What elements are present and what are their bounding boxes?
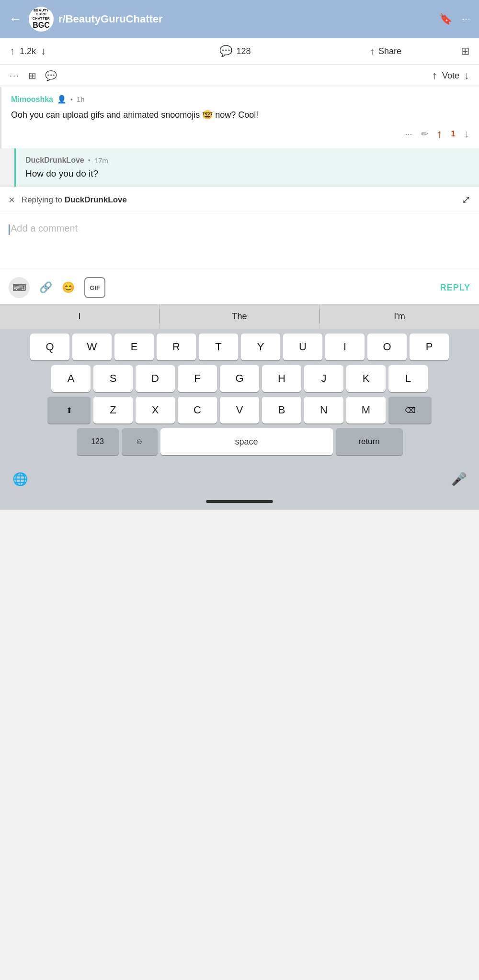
autocomplete-suggestion-1[interactable]: I xyxy=(0,304,160,329)
reply-submit-button[interactable]: REPLY xyxy=(440,283,470,293)
reply-body: How do you do it? xyxy=(25,168,469,179)
key-o[interactable]: O xyxy=(367,334,407,360)
microphone-icon[interactable]: 🎤 xyxy=(446,467,471,491)
reply-author[interactable]: DuckDrunkLove xyxy=(25,156,84,165)
replying-to-name: DuckDrunkLove xyxy=(65,195,127,204)
share-label[interactable]: Share xyxy=(378,46,401,56)
autocomplete-suggestion-2[interactable]: The xyxy=(160,304,319,329)
main-comment: Mimooshka 👤 • 1h Ooh you can upload gifs… xyxy=(0,87,479,148)
subreddit-title: r/BeautyGuruChatter xyxy=(58,13,439,25)
key-e[interactable]: E xyxy=(114,334,154,360)
space-key[interactable]: space xyxy=(160,428,333,455)
vote-section: ↑ 1.2k ↓ xyxy=(10,45,160,57)
gif-button[interactable]: GIF xyxy=(84,277,105,298)
vote-label: Vote xyxy=(442,71,459,81)
comment-action-icon[interactable]: 💬 xyxy=(45,70,57,81)
award-section: ⊞ xyxy=(461,45,469,57)
comment-time: 1h xyxy=(77,95,85,103)
upvote-button[interactable]: ↑ xyxy=(10,45,15,57)
key-f[interactable]: F xyxy=(178,365,217,392)
comment-count: 128 xyxy=(236,46,251,56)
autocomplete-suggestion-3[interactable]: I'm xyxy=(320,304,479,329)
key-u[interactable]: U xyxy=(283,334,322,360)
numbers-key[interactable]: 123 xyxy=(77,428,119,455)
key-g[interactable]: G xyxy=(220,365,259,392)
shift-key[interactable]: ⬆ xyxy=(47,397,91,423)
home-bar xyxy=(206,500,273,503)
key-h[interactable]: H xyxy=(262,365,301,392)
home-indicator-area xyxy=(0,495,479,510)
key-r[interactable]: R xyxy=(157,334,196,360)
comment-input-field[interactable]: Add a comment xyxy=(0,213,479,271)
reply-separator: • xyxy=(88,156,91,164)
emoji-key[interactable]: ☺ xyxy=(122,428,158,455)
reply-input-area: × Replying to DuckDrunkLove ⤢ Add a comm… xyxy=(0,187,479,304)
emoji-button[interactable]: 😊 xyxy=(62,281,75,294)
key-s[interactable]: S xyxy=(93,365,133,392)
header: ← BEAUTY GURU CHATTER BGC r/BeautyGuruCh… xyxy=(0,0,479,38)
delete-key[interactable]: ⌫ xyxy=(388,397,432,423)
comment-upvote-count: 1 xyxy=(451,129,456,139)
key-y[interactable]: Y xyxy=(241,334,280,360)
more-actions-button[interactable]: ··· xyxy=(10,71,20,81)
comment-author[interactable]: Mimooshka xyxy=(11,95,53,104)
bookmark-icon[interactable]: 🔖 xyxy=(439,13,452,25)
link-button[interactable]: 🔗 xyxy=(39,281,52,294)
comment-action-bar: ··· ⊞ 💬 ↑ Vote ↓ xyxy=(0,65,479,87)
key-b[interactable]: B xyxy=(262,397,301,423)
key-c[interactable]: C xyxy=(178,397,217,423)
award-icon[interactable]: ⊞ xyxy=(461,45,469,57)
comment-edit-button[interactable]: ✏ xyxy=(421,129,428,139)
keyboard-toggle-button[interactable]: ⌨ xyxy=(9,277,30,298)
key-a[interactable]: A xyxy=(51,365,91,392)
text-cursor xyxy=(9,224,10,235)
share-section: ↑ Share xyxy=(310,46,461,57)
inline-vote: ↑ Vote ↓ xyxy=(432,69,469,82)
comment-icon[interactable]: 💬 xyxy=(219,45,232,57)
key-x[interactable]: X xyxy=(136,397,175,423)
inline-upvote-button[interactable]: ↑ xyxy=(432,69,437,82)
reply-meta: DuckDrunkLove • 17m xyxy=(25,156,469,165)
keyboard-row-4: 123 ☺ space return xyxy=(2,428,477,455)
globe-icon[interactable]: 🌐 xyxy=(8,467,33,491)
more-options-icon[interactable]: ··· xyxy=(462,13,470,25)
inline-downvote-button[interactable]: ↓ xyxy=(464,69,469,82)
key-k[interactable]: K xyxy=(346,365,386,392)
keyboard-row-2: A S D F G H J K L xyxy=(2,365,477,392)
expand-button[interactable]: ⤢ xyxy=(462,194,470,206)
close-reply-button[interactable]: × xyxy=(9,194,15,206)
comment-placeholder: Add a comment xyxy=(11,223,78,234)
key-j[interactable]: J xyxy=(304,365,343,392)
key-l[interactable]: L xyxy=(388,365,428,392)
award-action-icon[interactable]: ⊞ xyxy=(28,70,36,81)
user-icon: 👤 xyxy=(57,95,67,104)
key-z[interactable]: Z xyxy=(93,397,133,423)
key-m[interactable]: M xyxy=(346,397,386,423)
key-w[interactable]: W xyxy=(72,334,112,360)
comment-more-button[interactable]: ··· xyxy=(405,129,412,139)
key-t[interactable]: T xyxy=(199,334,238,360)
return-key[interactable]: return xyxy=(336,428,403,455)
comment-upvote-button[interactable]: ↑ xyxy=(437,127,443,141)
key-i[interactable]: I xyxy=(325,334,365,360)
keyboard: Q W E R T Y U I O P A S D F G H J K L ⬆ … xyxy=(0,329,479,463)
keyboard-row-1: Q W E R T Y U I O P xyxy=(2,334,477,360)
reply-header: × Replying to DuckDrunkLove ⤢ xyxy=(0,187,479,213)
comment-actions: ··· ✏ ↑ 1 ↓ xyxy=(11,127,469,141)
share-icon[interactable]: ↑ xyxy=(370,46,375,57)
subreddit-logo: BEAUTY GURU CHATTER BGC xyxy=(29,7,54,32)
comment-downvote-button[interactable]: ↓ xyxy=(464,128,469,140)
key-n[interactable]: N xyxy=(304,397,343,423)
keyboard-bottom-row: 🌐 🎤 xyxy=(0,463,479,495)
downvote-button[interactable]: ↓ xyxy=(41,45,46,57)
comment-emoji: 🤓 xyxy=(202,110,213,120)
key-q[interactable]: Q xyxy=(30,334,69,360)
back-button[interactable]: ← xyxy=(9,11,22,27)
key-p[interactable]: P xyxy=(410,334,449,360)
keyboard-row-3: ⬆ Z X C V B N M ⌫ xyxy=(2,397,477,423)
replying-to-label: Replying to DuckDrunkLove xyxy=(22,195,462,205)
keyboard-icon: ⌨ xyxy=(12,282,26,293)
key-v[interactable]: V xyxy=(220,397,259,423)
comment-meta: Mimooshka 👤 • 1h xyxy=(11,95,469,104)
key-d[interactable]: D xyxy=(136,365,175,392)
